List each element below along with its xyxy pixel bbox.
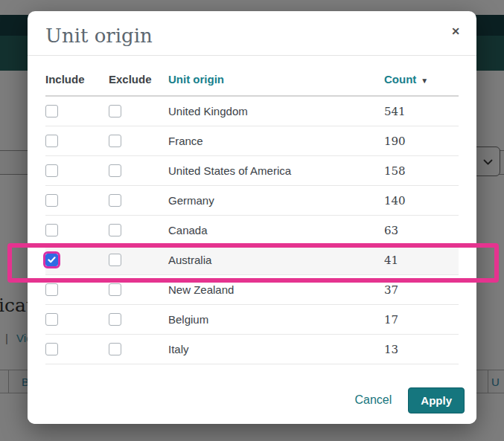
include-checkbox[interactable] [45, 164, 58, 177]
count-value: 41 [384, 254, 459, 267]
count-value: 158 [384, 164, 459, 178]
count-value: 37 [384, 283, 459, 297]
table-row: United States of America 158 [45, 156, 459, 186]
count-column-header[interactable]: Count▼ [384, 73, 459, 86]
origin-table-header-row: Include Exclude Unit origin Count▼ [45, 56, 459, 97]
exclude-checkbox[interactable] [109, 254, 121, 266]
cancel-button[interactable]: Cancel [355, 393, 392, 407]
count-value: 541 [384, 105, 459, 118]
close-icon[interactable]: ✕ [451, 26, 460, 36]
count-value: 63 [384, 224, 459, 237]
include-checkbox[interactable] [45, 224, 58, 236]
modal-header: Unit origin ✕ [28, 11, 476, 56]
table-row: Australia 41 [45, 245, 459, 275]
count-value: 13 [384, 343, 459, 356]
exclude-column-header: Exclude [109, 73, 168, 86]
include-checkbox[interactable] [45, 313, 58, 326]
origin-label: New Zealand [168, 283, 384, 296]
exclude-checkbox[interactable] [109, 283, 121, 296]
count-value: 190 [384, 135, 459, 148]
table-row: Italy 13 [45, 335, 459, 364]
table-row: United Kingdom 541 [45, 97, 459, 126]
include-checkbox[interactable] [45, 254, 58, 266]
origin-column-header[interactable]: Unit origin [168, 73, 384, 86]
table-row: New Zealand 37 [45, 275, 459, 305]
apply-button[interactable]: Apply [408, 387, 465, 413]
unit-origin-modal: Unit origin ✕ Include Exclude Unit origi… [28, 11, 476, 424]
include-checkbox[interactable] [45, 283, 58, 296]
count-value: 140 [384, 194, 459, 207]
origin-label: Germany [168, 194, 384, 207]
modal-title: Unit origin [45, 25, 153, 47]
table-row: Canada 63 [45, 216, 459, 245]
include-checkbox[interactable] [45, 105, 58, 118]
count-value: 17 [384, 313, 459, 326]
table-row: Belgium 17 [45, 305, 459, 335]
include-checkbox[interactable] [45, 194, 58, 207]
sort-descending-icon: ▼ [421, 77, 428, 85]
count-column-header-label: Count [384, 73, 416, 86]
exclude-checkbox[interactable] [109, 194, 121, 207]
origin-label: Australia [168, 254, 384, 266]
include-checkbox[interactable] [45, 135, 58, 147]
exclude-checkbox[interactable] [109, 313, 121, 326]
include-column-header: Include [45, 73, 109, 86]
origin-label: France [168, 135, 384, 147]
table-row: Germany 140 [45, 186, 459, 216]
origin-table-body: United Kingdom 541 France 190 United Sta… [45, 97, 459, 364]
origin-label: Belgium [168, 313, 384, 326]
origin-label: United Kingdom [168, 105, 384, 118]
modal-footer: Cancel Apply [28, 376, 476, 424]
table-row: France 190 [45, 126, 459, 156]
include-checkbox[interactable] [45, 343, 58, 355]
exclude-checkbox[interactable] [109, 343, 121, 355]
exclude-checkbox[interactable] [109, 164, 121, 177]
exclude-checkbox[interactable] [109, 105, 121, 118]
exclude-checkbox[interactable] [109, 135, 121, 147]
origin-label: Canada [168, 224, 384, 236]
origin-label: Italy [168, 343, 384, 355]
origin-table: Include Exclude Unit origin Count▼ Unite… [45, 56, 459, 364]
exclude-checkbox[interactable] [109, 224, 121, 236]
origin-label: United States of America [168, 164, 384, 177]
